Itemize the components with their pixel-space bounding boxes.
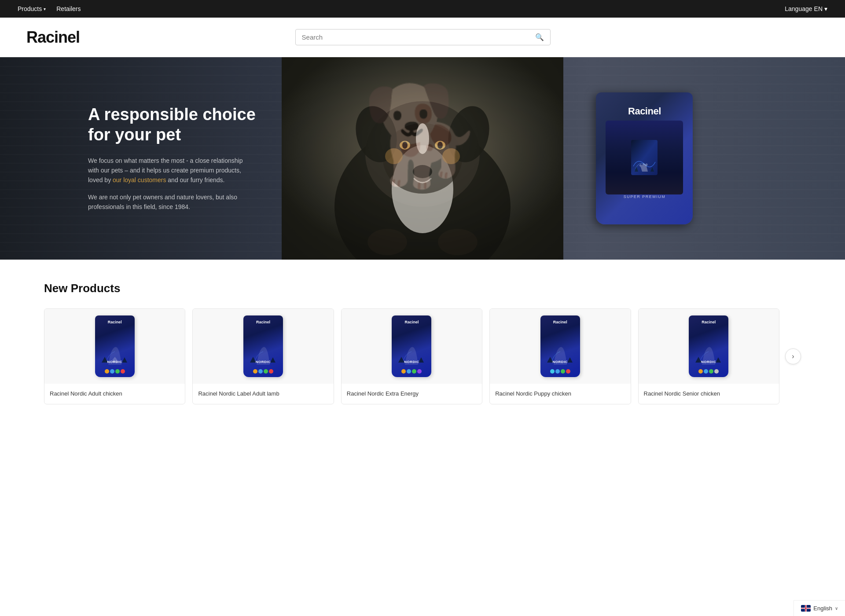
svg-point-15 xyxy=(367,229,407,255)
nav-products[interactable]: Products ▾ xyxy=(18,5,46,12)
product-image-wrap xyxy=(342,309,482,384)
product-bag-image xyxy=(243,315,283,377)
bag-icons xyxy=(401,369,422,374)
icon-dot xyxy=(110,369,114,374)
icon-dot xyxy=(566,369,570,374)
product-image-wrap xyxy=(639,309,779,384)
top-navigation: Products ▾ Retailers Language EN ▾ xyxy=(0,0,845,18)
site-header: Racinel 🔍 xyxy=(0,18,845,57)
product-bag-image xyxy=(540,315,580,377)
icon-dot xyxy=(407,369,411,374)
svg-point-7 xyxy=(402,142,408,149)
products-list: Racinel Nordic Adult chicken xyxy=(44,308,780,404)
icon-dot xyxy=(121,369,125,374)
icon-dot xyxy=(264,369,268,374)
retailers-nav-label: Retailers xyxy=(56,5,81,12)
bag-icons xyxy=(550,369,570,374)
icon-dot xyxy=(269,369,273,374)
site-logo[interactable]: Racinel xyxy=(26,28,80,47)
icon-dot xyxy=(698,369,703,374)
new-products-section: New Products xyxy=(0,260,845,431)
hero-title-line2: for your pet xyxy=(88,125,181,144)
icon-dot xyxy=(550,369,555,374)
product-bag-image xyxy=(689,315,728,377)
language-chevron-icon: ▾ xyxy=(824,5,827,12)
hero-dog-image xyxy=(282,57,563,260)
product-card[interactable]: Racinel Nordic Adult chicken xyxy=(44,308,185,404)
svg-point-16 xyxy=(438,229,478,255)
products-nav-label: Products xyxy=(18,5,42,12)
icon-dot xyxy=(258,369,263,374)
icon-dot xyxy=(417,369,422,374)
icon-dot xyxy=(555,369,560,374)
product-image-wrap xyxy=(44,309,185,384)
products-carousel: Racinel Nordic Adult chicken xyxy=(44,308,801,404)
carousel-next-button[interactable]: › xyxy=(785,348,801,364)
svg-point-14 xyxy=(442,148,460,164)
search-icon[interactable]: 🔍 xyxy=(535,33,544,41)
product-name: Racinel Nordic Adult chicken xyxy=(44,384,185,404)
search-input[interactable] xyxy=(302,33,532,41)
product-image-wrap xyxy=(490,309,630,384)
bag-icons xyxy=(105,369,125,374)
icon-dot xyxy=(253,369,257,374)
language-label: Language xyxy=(785,5,812,12)
icon-dot xyxy=(709,369,713,374)
product-card[interactable]: Racinel Nordic Label Adult lamb xyxy=(192,308,334,404)
hero-title: A responsible choice for your pet xyxy=(88,105,256,145)
svg-point-5 xyxy=(413,165,432,178)
loyal-customers-link[interactable]: our loyal customers xyxy=(113,176,166,183)
product-name: Racinel Nordic Senior chicken xyxy=(639,384,779,404)
product-bag-image xyxy=(95,315,135,377)
bag-icons xyxy=(698,369,719,374)
svg-point-9 xyxy=(437,142,443,149)
product-card[interactable]: Racinel Nordic Puppy chicken xyxy=(489,308,631,404)
nav-retailers[interactable]: Retailers xyxy=(56,5,81,12)
hero-title-line1: A responsible choice xyxy=(88,105,256,124)
product-name: Racinel Nordic Puppy chicken xyxy=(490,384,630,404)
product-name: Racinel Nordic Label Adult lamb xyxy=(193,384,333,404)
product-name: Racinel Nordic Extra Energy xyxy=(342,384,482,404)
svg-point-10 xyxy=(416,123,429,154)
svg-point-13 xyxy=(385,148,403,164)
hero-product-bag xyxy=(596,92,693,224)
hero-content: A responsible choice for your pet We foc… xyxy=(0,105,256,212)
language-selector[interactable]: Language EN ▾ xyxy=(785,5,827,12)
icon-dot xyxy=(714,369,719,374)
search-bar[interactable]: 🔍 xyxy=(295,29,551,45)
product-card[interactable]: Racinel Nordic Senior chicken xyxy=(638,308,779,404)
product-card[interactable]: Racinel Nordic Extra Energy xyxy=(341,308,482,404)
icon-dot xyxy=(115,369,120,374)
bag-inner xyxy=(606,121,683,194)
section-title: New Products xyxy=(44,282,801,295)
icon-dot xyxy=(401,369,406,374)
bag-icons xyxy=(253,369,273,374)
icon-dot xyxy=(704,369,708,374)
product-image-wrap xyxy=(193,309,333,384)
product-bag-image xyxy=(392,315,431,377)
icon-dot xyxy=(561,369,565,374)
products-chevron-icon: ▾ xyxy=(44,7,46,11)
hero-section: A responsible choice for your pet We foc… xyxy=(0,57,845,260)
icon-dot xyxy=(105,369,109,374)
language-code: EN xyxy=(814,5,823,12)
hero-description1: We focus on what matters the most - a cl… xyxy=(88,156,246,185)
hero-description2: We are not only pet owners and nature lo… xyxy=(88,192,246,212)
nav-left: Products ▾ Retailers xyxy=(18,5,81,12)
icon-dot xyxy=(412,369,416,374)
